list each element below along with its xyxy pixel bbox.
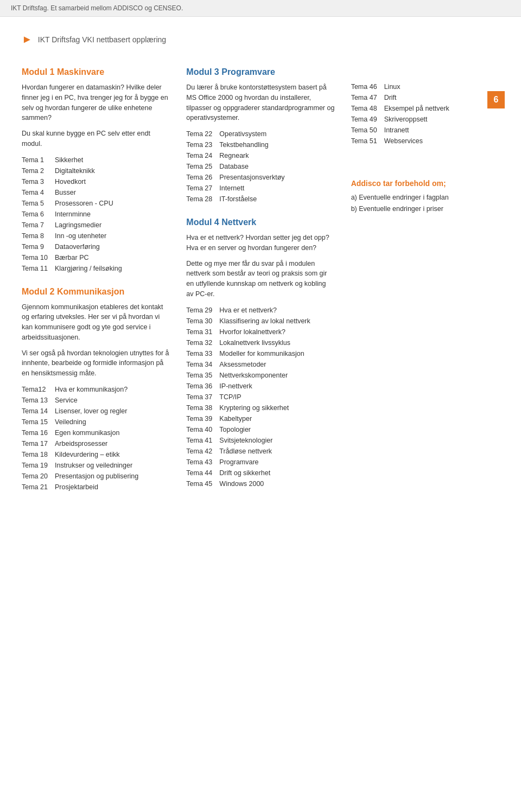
list-item: Tema 46Linux: [351, 81, 499, 92]
list-item: Tema 24Regneark: [186, 150, 334, 161]
list-item: Tema 13Service: [22, 395, 170, 406]
addisco-list: a) Eventuelle endringer i fagplanb) Even…: [351, 192, 499, 215]
list-item: Tema 38Kryptering og sikkerhet: [186, 402, 334, 413]
modul3-heading: Modul 3 Programvare: [186, 67, 334, 77]
list-item: Tema12Hva er kommunikasjon?: [22, 384, 170, 395]
list-item: Tema 14Lisenser, lover og regler: [22, 406, 170, 417]
modul1-section: Modul 1 Maskinvare Hvordan fungerer en d…: [22, 67, 170, 274]
list-item: Tema 40Topologier: [186, 424, 334, 435]
list-item: Tema 33Modeller for kommunikasjon: [186, 348, 334, 359]
addisco-section: Addisco tar forbehold om; a) Eventuelle …: [351, 179, 499, 215]
list-item: Tema 16Egen kommunikasjon: [22, 427, 170, 438]
breadcrumb-text: IKT Driftsfag VKI nettbasert opplæring: [38, 35, 166, 44]
list-item: Tema 10Bærbar PC: [22, 252, 170, 263]
list-item: Tema 15Veiledning: [22, 417, 170, 427]
modul4-intro1: Hva er et nettverk? Hvordan setter jeg d…: [186, 233, 334, 253]
list-item: Tema 36IP-nettverk: [186, 381, 334, 392]
list-item: Tema 9Dataoverføring: [22, 241, 170, 252]
modul3-cont-tema-list: Tema 46LinuxTema 47DriftTema 48Eksempel …: [351, 81, 499, 146]
modul2-tema-list: Tema12Hva er kommunikasjon?Tema 13Servic…: [22, 384, 170, 493]
page-number-badge: 6: [487, 91, 505, 108]
modul2-heading: Modul 2 Kommunikasjon: [22, 287, 170, 297]
modul1-intro1: Hvordan fungerer en datamaskin? Hvilke d…: [22, 82, 170, 123]
list-item: Tema 44Drift og sikkerhet: [186, 468, 334, 478]
list-item: Tema 27Internett: [186, 183, 334, 194]
list-item: Tema 8Inn -og utenheter: [22, 231, 170, 241]
list-item: Tema 49Skriveroppsett: [351, 114, 499, 125]
list-item: Tema 41Svitsjeteknologier: [186, 435, 334, 446]
list-item: a) Eventuelle endringer i fagplan: [351, 192, 499, 203]
list-item: Tema 47Drift: [351, 92, 499, 103]
modul4-tema-list: Tema 29Hva er et nettverk?Tema 30Klassif…: [186, 305, 334, 489]
list-item: Tema 31Hvorfor lokalnettverk?: [186, 327, 334, 337]
modul4-heading: Modul 4 Nettverk: [186, 218, 334, 227]
list-item: Tema 17Arbeidsprosesser: [22, 438, 170, 449]
list-item: b) Eventuelle endringer i priser: [351, 203, 499, 215]
modul1-tema-list: Tema 1SikkerhetTema 2DigitalteknikkTema …: [22, 155, 170, 274]
list-item: Tema 26Presentasjonsverktøy: [186, 172, 334, 183]
list-item: Tema 6Internminne: [22, 209, 170, 220]
column-3: Tema 46LinuxTema 47DriftTema 48Eksempel …: [351, 56, 499, 493]
list-item: Tema 19Instrukser og veiledninger: [22, 460, 170, 471]
list-item: Tema 5Prosessoren - CPU: [22, 198, 170, 209]
list-item: Tema 2Digitalteknikk: [22, 165, 170, 176]
column-2: Modul 3 Programvare Du lærer å bruke kon…: [186, 56, 334, 493]
modul3-section: Modul 3 Programvare Du lærer å bruke kon…: [186, 67, 334, 204]
modul3-intro: Du lærer å bruke kontorstøttesystem base…: [186, 82, 334, 123]
list-item: Tema 32Lokalnettverk livssyklus: [186, 337, 334, 348]
list-item: Tema 50Intranett: [351, 125, 499, 136]
breadcrumb-arrow-icon: ►: [22, 33, 33, 46]
list-item: Tema 11Klargjøring / feilsøking: [22, 263, 170, 274]
list-item: Tema 20Presentasjon og publisering: [22, 471, 170, 482]
list-item: Tema 18Kildevurdering – etikk: [22, 449, 170, 460]
list-item: Tema 21Prosjektarbeid: [22, 482, 170, 493]
list-item: Tema 35Nettverkskomponenter: [186, 370, 334, 381]
main-content: Modul 1 Maskinvare Hvordan fungerer en d…: [0, 51, 521, 514]
list-item: Tema 28IT-forståelse: [186, 194, 334, 204]
list-item: Tema 25Database: [186, 161, 334, 172]
breadcrumb: ► IKT Driftsfag VKI nettbasert opplæring: [0, 17, 521, 51]
list-item: Tema 37TCP/IP: [186, 392, 334, 402]
list-item: Tema 22Operativsystem: [186, 129, 334, 139]
list-item: Tema 30Klassifisering av lokal nettverk: [186, 316, 334, 327]
list-item: Tema 1Sikkerhet: [22, 155, 170, 165]
modul1-intro2: Du skal kunne bygge en PC selv etter end…: [22, 129, 170, 149]
list-item: Tema 3Hovedkort: [22, 176, 170, 187]
list-item: Tema 4Busser: [22, 187, 170, 198]
header-bar: IKT Driftsfag. Et samarbeid mellom ADDIS…: [0, 0, 521, 17]
modul4-section: Modul 4 Nettverk Hva er et nettverk? Hvo…: [186, 218, 334, 489]
list-item: Tema 51Webservices: [351, 136, 499, 146]
list-item: Tema 7Lagringsmedier: [22, 220, 170, 231]
list-item: Tema 45Windows 2000: [186, 478, 334, 489]
modul4-intro2: Dette og mye mer får du svar på i module…: [186, 259, 334, 299]
list-item: Tema 39Kabeltyper: [186, 413, 334, 424]
modul2-section: Modul 2 Kommunikasjon Gjennom kommunikas…: [22, 287, 170, 493]
modul2-intro1: Gjennom kommunikasjon etableres det kont…: [22, 302, 170, 343]
list-item: Tema 34Aksessmetoder: [186, 359, 334, 370]
modul3-cont-section: Tema 46LinuxTema 47DriftTema 48Eksempel …: [351, 81, 499, 146]
list-item: Tema 48Eksempel på nettverk: [351, 103, 499, 114]
list-item: Tema 23Tekstbehandling: [186, 139, 334, 150]
modul2-intro2: Vi ser også på hvordan teknologien utnyt…: [22, 348, 170, 379]
list-item: Tema 43Programvare: [186, 457, 334, 468]
modul3-tema-list: Tema 22OperativsystemTema 23Tekstbehandl…: [186, 129, 334, 204]
column-1: Modul 1 Maskinvare Hvordan fungerer en d…: [22, 56, 170, 493]
list-item: Tema 42Trådløse nettverk: [186, 446, 334, 457]
modul1-heading: Modul 1 Maskinvare: [22, 67, 170, 77]
header-text: IKT Driftsfag. Et samarbeid mellom ADDIS…: [11, 4, 183, 12]
addisco-heading: Addisco tar forbehold om;: [351, 179, 499, 188]
list-item: Tema 29Hva er et nettverk?: [186, 305, 334, 316]
